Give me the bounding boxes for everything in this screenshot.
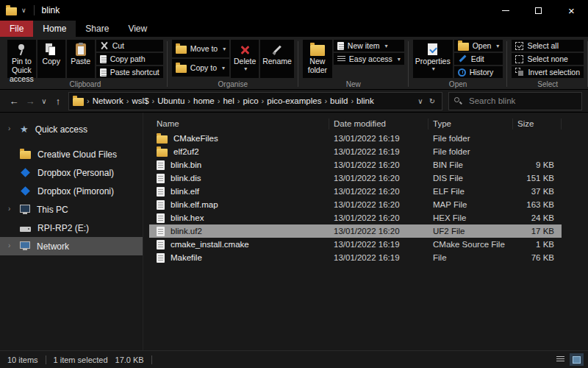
select-all-button[interactable]: Select all: [512, 40, 584, 52]
file-row[interactable]: Makefile 13/01/2022 16:19 File 76 KB: [149, 251, 562, 264]
column-header-size[interactable]: Size: [513, 118, 562, 130]
file-type: CMake Source File: [429, 240, 513, 249]
file-row[interactable]: blink.elf 13/01/2022 16:20 ELF File 37 K…: [149, 185, 562, 198]
sidebar-item-label: Network: [37, 241, 69, 252]
file-name: blink.elf: [171, 187, 199, 196]
breadcrumb-home[interactable]: home: [190, 96, 218, 105]
ribbon-tab-bar: File Home Share View: [0, 21, 588, 37]
file-row[interactable]: blink.dis 13/01/2022 16:20 DIS File 151 …: [149, 171, 562, 185]
pin-to-quick-access-button[interactable]: Pin to Quick access: [7, 40, 36, 78]
details-view-button[interactable]: [553, 353, 567, 366]
address-dropdown-icon[interactable]: ∨: [415, 93, 426, 109]
breadcrumb-ubuntu[interactable]: Ubuntu: [154, 96, 187, 105]
breadcrumb-hel[interactable]: hel: [220, 96, 237, 105]
paste-button[interactable]: Paste: [67, 40, 95, 78]
copy-button[interactable]: Copy: [37, 40, 65, 78]
column-header-name[interactable]: Name: [149, 118, 329, 130]
copy-to-button[interactable]: Copy to ▾: [172, 59, 229, 77]
expand-chevron-icon[interactable]: ›: [8, 241, 10, 250]
paste-shortcut-button[interactable]: Paste shortcut: [96, 66, 163, 78]
edit-button[interactable]: Edit: [454, 53, 503, 65]
copy-path-button[interactable]: Copy path: [96, 53, 163, 65]
quick-access-toolbar-chevron-icon[interactable]: ∨: [21, 7, 26, 14]
breadcrumb-wsl[interactable]: wsl$: [129, 96, 152, 105]
cut-icon: [100, 41, 109, 50]
file-date: 13/01/2022 16:19: [329, 147, 429, 156]
file-row-selected[interactable]: blink.uf2 13/01/2022 16:20 UF2 File 17 K…: [149, 224, 562, 238]
search-icon: [453, 96, 463, 106]
search-input[interactable]: [467, 96, 577, 106]
file-row[interactable]: blink.hex 13/01/2022 16:20 HEX File 24 K…: [149, 211, 562, 224]
maximize-button[interactable]: [522, 0, 555, 21]
address-right-icons: ∨ ↻: [415, 93, 438, 109]
file-icon: [157, 253, 165, 263]
copy-to-icon: [176, 65, 187, 73]
breadcrumb-build[interactable]: build: [327, 96, 351, 105]
history-button[interactable]: History: [454, 66, 503, 78]
easy-access-button[interactable]: Easy access ▾: [334, 53, 404, 65]
thumbnail-view-button[interactable]: [570, 353, 584, 366]
button-label: Rename: [262, 57, 292, 66]
file-type: ELF File: [429, 187, 513, 196]
breadcrumb-blink[interactable]: blink: [354, 96, 377, 105]
file-date: 13/01/2022 16:19: [329, 240, 429, 249]
delete-button[interactable]: Delete ▾: [231, 40, 259, 78]
open-group: Properties ▾ Open ▾ Edit History Open: [409, 39, 508, 89]
file-date: 13/01/2022 16:19: [329, 134, 429, 143]
breadcrumb-pico[interactable]: pico: [240, 96, 261, 105]
paste-icon: [76, 43, 86, 56]
up-icon[interactable]: ↑: [50, 93, 66, 109]
sidebar-item-dropbox-personal[interactable]: Dropbox (Personal): [0, 163, 143, 182]
expand-chevron-icon[interactable]: ›: [8, 205, 10, 213]
close-button[interactable]: ×: [555, 0, 588, 21]
new-item-button[interactable]: New item ▾: [334, 40, 404, 52]
sidebar-item-dropbox-pimoroni[interactable]: Dropbox (Pimoroni): [0, 182, 143, 200]
invert-selection-button[interactable]: Invert selection: [512, 66, 584, 78]
column-header-date-modified[interactable]: Date modified: [329, 118, 429, 130]
minimize-button[interactable]: [489, 0, 522, 21]
recent-locations-icon[interactable]: ∨: [38, 93, 50, 109]
refresh-icon[interactable]: ↻: [426, 93, 438, 109]
paste-shortcut-icon: [100, 68, 107, 77]
file-row[interactable]: elf2uf2 13/01/2022 16:19 File folder: [149, 145, 562, 158]
file-row[interactable]: cmake_install.cmake 13/01/2022 16:19 CMa…: [149, 238, 562, 251]
file-type: File folder: [429, 147, 513, 156]
column-header-type[interactable]: Type: [429, 118, 513, 130]
sidebar-item-network[interactable]: › Network: [0, 237, 143, 255]
sidebar-item-rpi-rp2-drive[interactable]: RPI-RP2 (E:): [0, 219, 143, 237]
file-row[interactable]: blink.bin 13/01/2022 16:20 BIN File 9 KB: [149, 158, 562, 171]
tab-file[interactable]: File: [0, 21, 33, 37]
address-field[interactable]: › Network › wsl$ › Ubuntu › home › hel ›…: [68, 92, 442, 110]
breadcrumb-network[interactable]: Network: [90, 96, 126, 105]
search-box[interactable]: [448, 92, 582, 110]
open-button[interactable]: Open ▾: [454, 40, 503, 52]
copy-icon: [46, 43, 57, 56]
select-none-button[interactable]: Select none: [512, 53, 584, 65]
sidebar-item-quick-access[interactable]: › ★ Quick access: [0, 120, 143, 138]
file-type: BIN File: [429, 160, 513, 169]
file-name: cmake_install.cmake: [171, 240, 249, 249]
forward-icon[interactable]: →: [22, 93, 38, 109]
properties-button[interactable]: Properties ▾: [413, 40, 453, 78]
expand-chevron-icon[interactable]: ›: [8, 124, 10, 132]
file-row[interactable]: blink.elf.map 13/01/2022 16:20 MAP File …: [149, 198, 562, 211]
button-label: Paste shortcut: [110, 68, 159, 77]
cut-button[interactable]: Cut: [96, 40, 163, 52]
file-name: blink.uf2: [171, 227, 202, 236]
new-folder-button[interactable]: New folder: [303, 40, 332, 78]
breadcrumb-pico-examples[interactable]: pico-examples: [264, 96, 324, 105]
back-icon[interactable]: ←: [6, 93, 22, 109]
sidebar-item-creative-cloud-files[interactable]: Creative Cloud Files: [0, 145, 143, 163]
button-label: Properties: [415, 57, 451, 66]
sidebar-item-this-pc[interactable]: › This PC: [0, 200, 143, 219]
tab-home[interactable]: Home: [33, 21, 76, 37]
tab-view[interactable]: View: [118, 21, 157, 37]
move-to-button[interactable]: Move to ▾: [172, 40, 229, 57]
select-all-icon: [515, 42, 523, 50]
file-row[interactable]: CMakeFiles 13/01/2022 16:19 File folder: [149, 132, 562, 145]
file-size: 37 KB: [513, 187, 562, 196]
rename-button[interactable]: Rename: [260, 40, 294, 78]
tab-share[interactable]: Share: [76, 21, 118, 37]
select-group: Select all Select none Invert selection …: [507, 39, 588, 89]
main-area: › ★ Quick access Creative Cloud Files Dr…: [0, 113, 588, 350]
